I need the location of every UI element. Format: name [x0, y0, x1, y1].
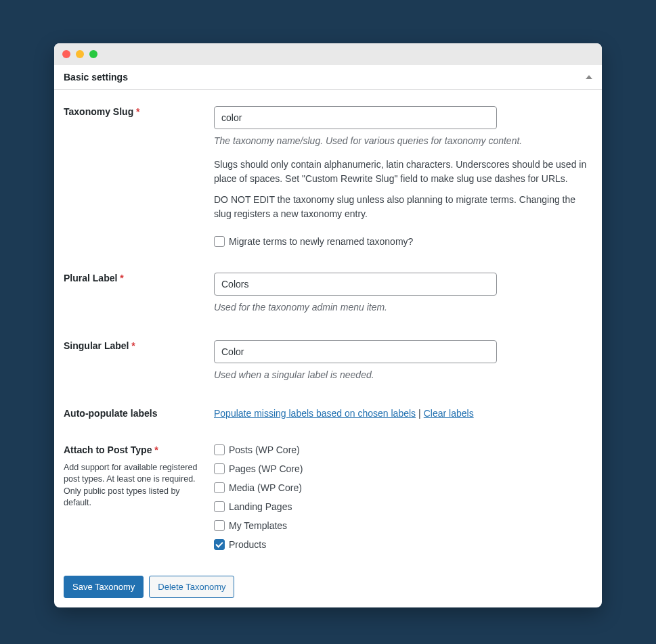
post-type-option: Pages (WP Core) — [214, 463, 592, 474]
desc-plural: Used for the taxonomy admin menu item. — [214, 301, 592, 315]
checkbox-post-type[interactable] — [214, 539, 225, 550]
post-type-label: Media (WP Core) — [229, 483, 302, 492]
settings-window: Basic settings Taxonomy Slug * The taxon… — [54, 43, 602, 607]
section-body: Taxonomy Slug * The taxonomy name/slug. … — [54, 90, 602, 607]
input-singular-label[interactable] — [214, 340, 497, 363]
desc-singular: Used when a singular label is needed. — [214, 369, 592, 382]
checkbox-post-type[interactable] — [214, 444, 225, 455]
row-attach-post-type: Attach to Post Type * Add support for av… — [64, 444, 592, 550]
input-plural-label[interactable] — [214, 273, 497, 296]
row-singular-label: Singular Label * Used when a singular la… — [64, 340, 592, 382]
post-type-option: Landing Pages — [214, 501, 592, 512]
label-singular: Singular Label * — [64, 340, 135, 351]
row-plural-label: Plural Label * Used for the taxonomy adm… — [64, 273, 592, 315]
label-attach: Attach to Post Type * — [64, 444, 158, 455]
link-clear-labels[interactable]: Clear labels — [424, 408, 474, 419]
post-type-label: Products — [229, 540, 266, 549]
post-type-label: Landing Pages — [229, 502, 292, 511]
link-populate-labels[interactable]: Populate missing labels based on chosen … — [214, 408, 416, 419]
checkbox-post-type[interactable] — [214, 520, 225, 531]
input-taxonomy-slug[interactable] — [214, 106, 497, 129]
post-type-option: Products — [214, 539, 592, 550]
checkbox-migrate-terms[interactable] — [214, 236, 225, 247]
help-attach: Add support for available registered pos… — [64, 462, 207, 509]
section-title: Basic settings — [64, 72, 128, 83]
row-taxonomy-slug: Taxonomy Slug * The taxonomy name/slug. … — [64, 106, 592, 247]
checkbox-post-type[interactable] — [214, 463, 225, 474]
label-auto-populate: Auto-populate labels — [64, 408, 157, 419]
minimize-icon[interactable] — [76, 50, 84, 58]
label-migrate-terms: Migrate terms to newly renamed taxonomy? — [229, 237, 413, 246]
note-slug-warning: DO NOT EDIT the taxonomy slug unless als… — [214, 193, 592, 221]
desc-taxonomy-slug: The taxonomy name/slug. Used for various… — [214, 135, 592, 148]
label-taxonomy-slug: Taxonomy Slug * — [64, 106, 140, 117]
row-auto-populate: Auto-populate labels Populate missing la… — [64, 408, 592, 419]
maximize-icon[interactable] — [89, 50, 97, 58]
label-plural: Plural Label * — [64, 273, 124, 283]
close-icon[interactable] — [62, 50, 70, 58]
delete-button[interactable]: Delete Taxonomy — [149, 576, 234, 599]
save-button[interactable]: Save Taxonomy — [64, 576, 144, 599]
post-type-label: My Templates — [229, 521, 287, 530]
post-type-option: Media (WP Core) — [214, 482, 592, 493]
collapse-up-icon — [586, 75, 592, 79]
note-slug-chars: Slugs should only contain alphanumeric, … — [214, 158, 592, 186]
window-titlebar — [54, 43, 602, 65]
post-type-label: Pages (WP Core) — [229, 464, 303, 474]
section-header[interactable]: Basic settings — [54, 65, 602, 90]
row-migrate-terms: Migrate terms to newly renamed taxonomy? — [214, 236, 592, 247]
post-type-option: My Templates — [214, 520, 592, 531]
post-type-label: Posts (WP Core) — [229, 445, 300, 455]
checkbox-post-type[interactable] — [214, 482, 225, 493]
post-type-option: Posts (WP Core) — [214, 444, 592, 455]
checkbox-post-type[interactable] — [214, 501, 225, 512]
action-buttons: Save Taxonomy Delete Taxonomy — [64, 576, 592, 599]
